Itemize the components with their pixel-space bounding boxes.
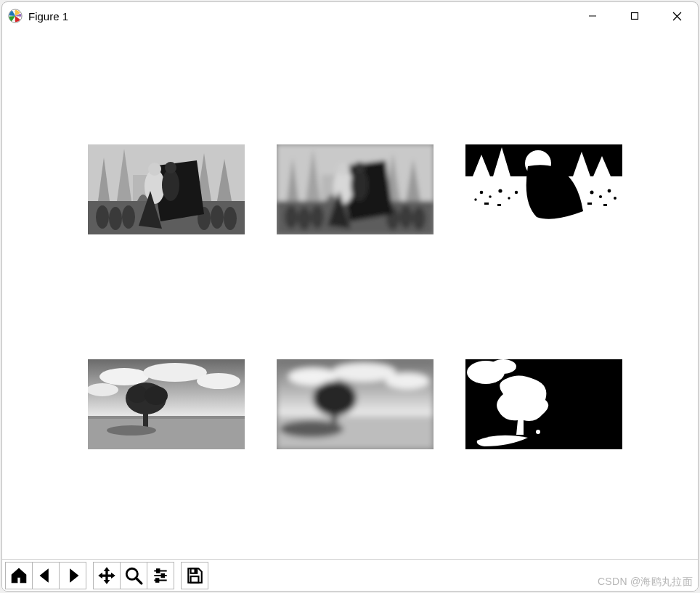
- close-button[interactable]: [656, 2, 698, 30]
- svg-point-45: [354, 162, 365, 173]
- window-title: Figure 1: [28, 10, 68, 23]
- svg-point-44: [351, 169, 368, 201]
- svg-rect-102: [191, 576, 199, 583]
- svg-point-17: [109, 207, 122, 230]
- titlebar: Figure 1: [2, 2, 698, 30]
- svg-point-61: [608, 189, 611, 193]
- svg-rect-96: [157, 568, 160, 572]
- svg-point-54: [480, 191, 484, 195]
- svg-point-78: [127, 385, 147, 403]
- svg-point-71: [143, 363, 207, 382]
- save-button[interactable]: [181, 562, 208, 589]
- svg-rect-75: [88, 416, 245, 419]
- svg-point-70: [99, 368, 149, 385]
- svg-point-62: [573, 198, 575, 200]
- pan-button[interactable]: [93, 562, 121, 589]
- subplot-r0c1[interactable]: [277, 144, 434, 234]
- svg-rect-67: [587, 203, 592, 205]
- svg-point-18: [122, 205, 135, 229]
- svg-point-88: [280, 420, 343, 438]
- maximize-button[interactable]: [614, 2, 656, 30]
- svg-point-87: [313, 381, 357, 416]
- subplot-r1c1[interactable]: [277, 359, 434, 449]
- subplot-r1c2[interactable]: [465, 359, 622, 449]
- svg-line-94: [136, 578, 142, 584]
- svg-point-26: [165, 162, 176, 173]
- svg-point-24: [148, 163, 161, 176]
- figure-canvas[interactable]: [2, 30, 698, 559]
- svg-point-64: [614, 197, 616, 200]
- subplot-r1c0[interactable]: [88, 359, 245, 449]
- svg-point-63: [474, 198, 476, 200]
- forward-button[interactable]: [59, 562, 86, 589]
- svg-rect-100: [156, 578, 159, 581]
- svg-point-25: [162, 169, 179, 201]
- svg-rect-103: [195, 569, 196, 572]
- svg-rect-98: [161, 573, 164, 577]
- svg-point-84: [386, 373, 429, 389]
- configure-subplots-button[interactable]: [147, 562, 174, 589]
- svg-point-58: [515, 191, 518, 194]
- zoom-button[interactable]: [120, 562, 147, 589]
- svg-rect-68: [603, 204, 607, 206]
- svg-point-16: [96, 205, 109, 229]
- svg-point-37: [311, 205, 324, 229]
- svg-point-73: [88, 383, 118, 396]
- svg-point-40: [412, 207, 426, 230]
- svg-point-56: [498, 189, 502, 192]
- minimize-button[interactable]: [571, 2, 614, 30]
- svg-rect-66: [497, 204, 501, 206]
- svg-point-92: [536, 430, 540, 434]
- matplotlib-icon: [8, 9, 23, 23]
- svg-rect-6: [632, 13, 638, 20]
- svg-point-20: [211, 205, 224, 229]
- svg-point-59: [590, 191, 594, 195]
- subplot-r0c0[interactable]: [88, 144, 245, 234]
- svg-point-79: [145, 386, 168, 405]
- svg-point-39: [399, 205, 412, 229]
- svg-point-35: [285, 205, 298, 229]
- home-button[interactable]: [5, 562, 33, 589]
- svg-point-60: [599, 195, 602, 198]
- figure-window: Figure 1: [1, 1, 699, 592]
- svg-point-83: [332, 363, 396, 382]
- svg-point-43: [337, 163, 350, 176]
- svg-rect-65: [484, 203, 489, 205]
- back-button[interactable]: [32, 562, 60, 589]
- svg-point-80: [107, 425, 156, 435]
- svg-point-36: [298, 207, 311, 230]
- svg-point-91: [490, 359, 516, 374]
- svg-point-21: [224, 207, 237, 230]
- svg-point-55: [489, 195, 492, 198]
- svg-point-72: [197, 373, 240, 389]
- svg-point-57: [508, 197, 510, 199]
- nav-toolbar: [2, 559, 698, 591]
- subplot-r0c2[interactable]: [465, 144, 622, 234]
